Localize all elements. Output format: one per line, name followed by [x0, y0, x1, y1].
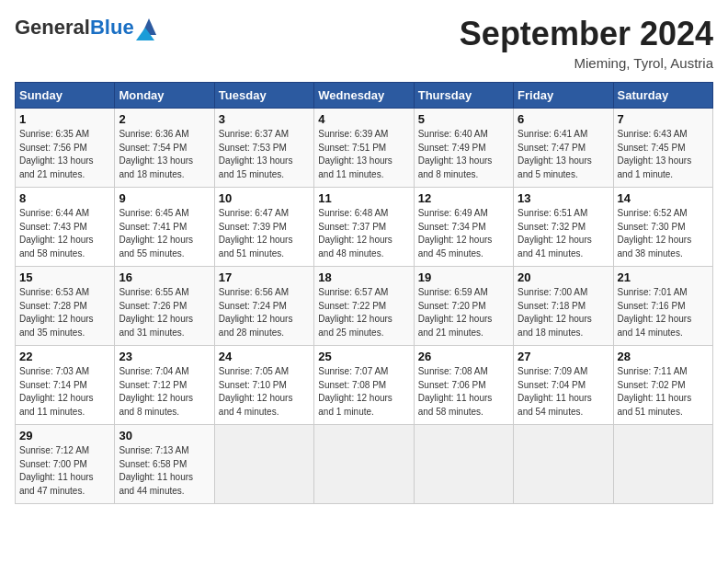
day-number: 14 [618, 191, 709, 205]
day-detail: Sunrise: 7:08 AM Sunset: 7:06 PM Dayligh… [418, 365, 509, 419]
calendar-cell: 6Sunrise: 6:41 AM Sunset: 7:47 PM Daylig… [514, 109, 613, 188]
calendar-cell: 12Sunrise: 6:49 AM Sunset: 7:34 PM Dayli… [414, 188, 513, 267]
day-detail: Sunrise: 7:01 AM Sunset: 7:16 PM Dayligh… [618, 286, 709, 339]
logo-general: General [15, 16, 90, 39]
calendar-cell: 13Sunrise: 6:51 AM Sunset: 7:32 PM Dayli… [514, 188, 613, 267]
day-detail: Sunrise: 7:05 AM Sunset: 7:10 PM Dayligh… [219, 365, 310, 419]
day-number: 19 [418, 270, 509, 284]
day-detail: Sunrise: 6:57 AM Sunset: 7:22 PM Dayligh… [318, 286, 409, 339]
day-detail: Sunrise: 6:49 AM Sunset: 7:34 PM Dayligh… [418, 207, 509, 260]
calendar-cell: 9Sunrise: 6:45 AM Sunset: 7:41 PM Daylig… [115, 188, 214, 267]
day-detail: Sunrise: 6:37 AM Sunset: 7:53 PM Dayligh… [219, 128, 310, 181]
day-number: 20 [518, 270, 609, 284]
day-detail: Sunrise: 6:36 AM Sunset: 7:54 PM Dayligh… [119, 128, 210, 181]
day-number: 23 [119, 350, 210, 363]
day-detail: Sunrise: 6:41 AM Sunset: 7:47 PM Dayligh… [518, 128, 609, 181]
day-detail: Sunrise: 6:59 AM Sunset: 7:20 PM Dayligh… [418, 286, 509, 339]
day-detail: Sunrise: 7:09 AM Sunset: 7:04 PM Dayligh… [518, 365, 609, 419]
day-detail: Sunrise: 6:45 AM Sunset: 7:41 PM Dayligh… [119, 207, 210, 260]
day-detail: Sunrise: 6:47 AM Sunset: 7:39 PM Dayligh… [219, 207, 310, 260]
calendar-cell: 18Sunrise: 6:57 AM Sunset: 7:22 PM Dayli… [314, 267, 414, 346]
day-detail: Sunrise: 6:51 AM Sunset: 7:32 PM Dayligh… [518, 207, 609, 260]
day-number: 11 [318, 191, 409, 205]
day-detail: Sunrise: 7:00 AM Sunset: 7:18 PM Dayligh… [518, 286, 609, 339]
calendar-cell: 24Sunrise: 7:05 AM Sunset: 7:10 PM Dayli… [214, 346, 313, 425]
day-number: 8 [19, 191, 110, 205]
day-number: 25 [318, 350, 409, 363]
day-number: 7 [618, 112, 709, 126]
calendar-cell: 10Sunrise: 6:47 AM Sunset: 7:39 PM Dayli… [214, 188, 313, 267]
day-number: 1 [19, 112, 110, 126]
calendar-cell: 22Sunrise: 7:03 AM Sunset: 7:14 PM Dayli… [16, 346, 115, 425]
day-number: 12 [418, 191, 509, 205]
day-number: 17 [219, 270, 310, 284]
weekday-header: Saturday [613, 83, 712, 109]
day-number: 13 [518, 191, 609, 205]
calendar-cell: 14Sunrise: 6:52 AM Sunset: 7:30 PM Dayli… [613, 188, 712, 267]
header-row: SundayMondayTuesdayWednesdayThursdayFrid… [16, 83, 713, 109]
day-number: 5 [418, 112, 509, 126]
day-number: 6 [518, 112, 609, 126]
day-number: 4 [318, 112, 409, 126]
weekday-header: Wednesday [314, 83, 414, 109]
day-detail: Sunrise: 6:55 AM Sunset: 7:26 PM Dayligh… [119, 286, 210, 339]
calendar-cell: 16Sunrise: 6:55 AM Sunset: 7:26 PM Dayli… [115, 267, 214, 346]
day-detail: Sunrise: 6:39 AM Sunset: 7:51 PM Dayligh… [318, 128, 409, 181]
location-subtitle: Mieming, Tyrol, Austria [460, 55, 713, 71]
day-number: 10 [219, 191, 310, 205]
day-detail: Sunrise: 7:12 AM Sunset: 7:00 PM Dayligh… [19, 444, 110, 498]
day-number: 22 [19, 350, 110, 363]
calendar-cell: 30Sunrise: 7:13 AM Sunset: 6:58 PM Dayli… [115, 425, 214, 504]
calendar-cell [514, 425, 613, 504]
day-detail: Sunrise: 7:04 AM Sunset: 7:12 PM Dayligh… [119, 365, 210, 419]
day-detail: Sunrise: 7:07 AM Sunset: 7:08 PM Dayligh… [318, 365, 409, 419]
calendar-cell: 17Sunrise: 6:56 AM Sunset: 7:24 PM Dayli… [214, 267, 313, 346]
day-detail: Sunrise: 6:43 AM Sunset: 7:45 PM Dayligh… [618, 128, 709, 181]
logo-icon [136, 15, 162, 40]
day-number: 28 [618, 350, 709, 363]
logo: GeneralBlue [15, 15, 162, 40]
calendar-cell: 3Sunrise: 6:37 AM Sunset: 7:53 PM Daylig… [214, 109, 313, 188]
day-number: 9 [119, 191, 210, 205]
day-detail: Sunrise: 6:48 AM Sunset: 7:37 PM Dayligh… [318, 207, 409, 260]
day-number: 16 [119, 270, 210, 284]
day-number: 26 [418, 350, 509, 363]
calendar-cell: 21Sunrise: 7:01 AM Sunset: 7:16 PM Dayli… [613, 267, 712, 346]
day-number: 21 [618, 270, 709, 284]
calendar-week-row: 8Sunrise: 6:44 AM Sunset: 7:43 PM Daylig… [16, 188, 713, 267]
calendar-cell: 15Sunrise: 6:53 AM Sunset: 7:28 PM Dayli… [16, 267, 115, 346]
calendar-header: SundayMondayTuesdayWednesdayThursdayFrid… [16, 83, 713, 109]
day-detail: Sunrise: 6:44 AM Sunset: 7:43 PM Dayligh… [19, 207, 110, 260]
calendar-cell [214, 425, 313, 504]
calendar-cell [314, 425, 414, 504]
logo-blue: Blue [90, 16, 134, 39]
calendar-cell: 7Sunrise: 6:43 AM Sunset: 7:45 PM Daylig… [613, 109, 712, 188]
calendar-cell: 1Sunrise: 6:35 AM Sunset: 7:56 PM Daylig… [16, 109, 115, 188]
calendar-week-row: 22Sunrise: 7:03 AM Sunset: 7:14 PM Dayli… [16, 346, 713, 425]
weekday-header: Thursday [414, 83, 513, 109]
day-number: 29 [19, 429, 110, 442]
day-detail: Sunrise: 6:40 AM Sunset: 7:49 PM Dayligh… [418, 128, 509, 181]
calendar-cell: 2Sunrise: 6:36 AM Sunset: 7:54 PM Daylig… [115, 109, 214, 188]
calendar-cell: 29Sunrise: 7:12 AM Sunset: 7:00 PM Dayli… [16, 425, 115, 504]
day-number: 27 [518, 350, 609, 363]
calendar-cell: 23Sunrise: 7:04 AM Sunset: 7:12 PM Dayli… [115, 346, 214, 425]
day-number: 30 [119, 429, 210, 442]
calendar-table: SundayMondayTuesdayWednesdayThursdayFrid… [15, 82, 713, 504]
calendar-cell: 19Sunrise: 6:59 AM Sunset: 7:20 PM Dayli… [414, 267, 513, 346]
calendar-cell: 8Sunrise: 6:44 AM Sunset: 7:43 PM Daylig… [16, 188, 115, 267]
day-number: 2 [119, 112, 210, 126]
title-block: September 2024 Mieming, Tyrol, Austria [460, 15, 713, 71]
day-detail: Sunrise: 6:52 AM Sunset: 7:30 PM Dayligh… [618, 207, 709, 260]
calendar-cell [414, 425, 513, 504]
weekday-header: Sunday [16, 83, 115, 109]
calendar-body: 1Sunrise: 6:35 AM Sunset: 7:56 PM Daylig… [16, 109, 713, 504]
calendar-cell: 28Sunrise: 7:11 AM Sunset: 7:02 PM Dayli… [613, 346, 712, 425]
page-header: GeneralBlue September 2024 Mieming, Tyro… [15, 15, 713, 71]
day-number: 3 [219, 112, 310, 126]
calendar-cell: 20Sunrise: 7:00 AM Sunset: 7:18 PM Dayli… [514, 267, 613, 346]
weekday-header: Tuesday [214, 83, 313, 109]
calendar-cell: 25Sunrise: 7:07 AM Sunset: 7:08 PM Dayli… [314, 346, 414, 425]
month-title: September 2024 [460, 15, 713, 53]
calendar-week-row: 15Sunrise: 6:53 AM Sunset: 7:28 PM Dayli… [16, 267, 713, 346]
